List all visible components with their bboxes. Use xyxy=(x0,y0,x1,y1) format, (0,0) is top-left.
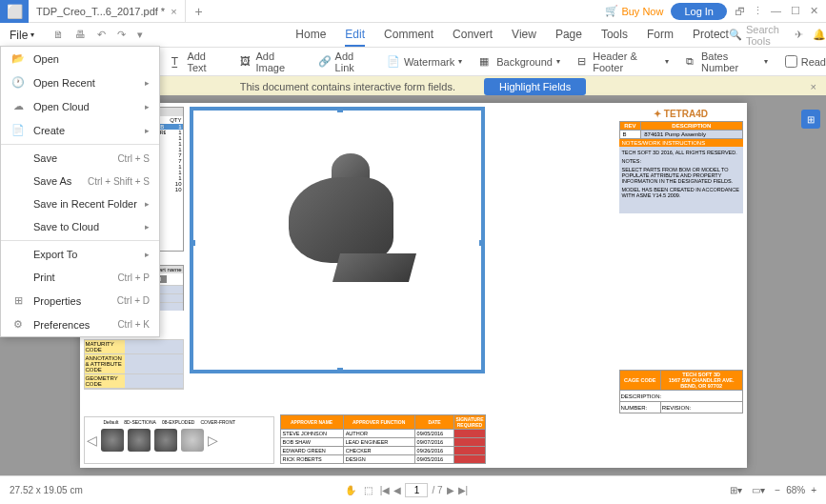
zoom-in-icon[interactable]: + xyxy=(811,485,816,495)
menu-bar: File ▾ 🗎 🖶 ↶ ↷ ▾ Home Edit Comment Conve… xyxy=(0,23,826,48)
approval-row: EDWARD GREENCHECKER09/26/2016 xyxy=(280,447,485,455)
thumb-default[interactable] xyxy=(101,429,124,452)
search-tools[interactable]: 🔍 Search Tools xyxy=(729,24,787,47)
search-icon: 🔍 xyxy=(729,29,742,41)
menu-view[interactable]: View xyxy=(512,24,536,47)
close-window-icon[interactable]: ✕ xyxy=(810,5,818,17)
view-thumbnails: Default 8D-SECTIONA 08-EXPLODED COVER-FR… xyxy=(84,416,274,464)
attributes-panel: MATURITY CODE ANNOTATION & ATTRIBUTE COD… xyxy=(84,339,184,390)
file-create[interactable]: 📄Create▸ xyxy=(1,118,159,142)
app-logo: ⬜ xyxy=(0,0,29,23)
view-mode-icon[interactable]: ▭▾ xyxy=(752,485,765,495)
add-text-button[interactable]: T̲Add Text xyxy=(171,50,223,73)
document-tab[interactable]: TDP_Creo_T...6_2017.pdf * × xyxy=(29,0,186,23)
tetra-info-panel: TETRA4D REVDESCRIPTION B874631 Pump Asse… xyxy=(619,107,743,213)
background-button[interactable]: ▦Background▾ xyxy=(479,55,560,69)
login-button[interactable]: Log In xyxy=(671,3,727,20)
menu-comment[interactable]: Comment xyxy=(384,24,433,47)
file-export[interactable]: Export To▸ xyxy=(1,243,159,266)
total-pages: / 7 xyxy=(432,485,442,495)
pdf-document: PARTS LIST #NAMEQTY 1492722_IMPELLER_REV… xyxy=(80,103,747,468)
notification-text: This document contains interactive form … xyxy=(240,81,455,92)
tab-title: TDP_Creo_T...6_2017.pdf * xyxy=(36,6,165,17)
menu-protect[interactable]: Protect xyxy=(693,24,729,47)
menu-page[interactable]: Page xyxy=(555,24,582,47)
header-footer-button[interactable]: ⊟Header & Footer▾ xyxy=(577,50,669,73)
redo-icon[interactable]: ↷ xyxy=(117,29,126,41)
bell-icon[interactable]: 🔔 xyxy=(813,29,826,41)
dropdown-icon[interactable]: ▾ xyxy=(137,29,143,41)
close-tab-icon[interactable]: × xyxy=(171,6,176,17)
hand-tool-icon[interactable]: ✋ xyxy=(345,485,356,495)
thumb-prev-icon[interactable]: ◁ xyxy=(87,433,97,448)
main-menu: Home Edit Comment Convert View Page Tool… xyxy=(295,24,729,47)
approval-panel: APPROVER NAME APPROVER FUNCTION DATE SIG… xyxy=(280,414,486,464)
thumb-cover[interactable] xyxy=(181,429,204,452)
first-page-icon[interactable]: |◀ xyxy=(380,485,391,495)
3d-model-view[interactable] xyxy=(190,107,485,373)
highlight-fields-button[interactable]: Highlight Fields xyxy=(484,78,586,95)
watermark-button[interactable]: 📄Watermark▾ xyxy=(387,55,462,69)
thumb-section[interactable] xyxy=(128,429,151,452)
add-link-button[interactable]: 🔗Add Link xyxy=(318,50,370,73)
approval-row: RICK ROBERTSDESIGN09/05/2016 xyxy=(280,455,485,464)
file-save-as[interactable]: Save AsCtrl + Shift + S xyxy=(1,170,159,192)
case-code-panel: CAGE CODETECH SOFT 3D1567 SW CHANDLER AV… xyxy=(619,370,743,413)
file-properties[interactable]: ⊞PropertiesCtrl + D xyxy=(1,289,159,312)
add-tab-button[interactable]: + xyxy=(186,4,212,19)
menu-home[interactable]: Home xyxy=(295,24,326,47)
file-save[interactable]: SaveCtrl + S xyxy=(1,147,159,170)
last-page-icon[interactable]: ▶| xyxy=(458,485,469,495)
undo-icon[interactable]: ↶ xyxy=(97,29,106,41)
file-preferences[interactable]: ⚙PreferencesCtrl + K xyxy=(1,312,159,336)
maximize-icon[interactable]: ☐ xyxy=(791,5,800,17)
thumb-exploded[interactable] xyxy=(154,429,177,452)
prev-page-icon[interactable]: ◀ xyxy=(393,485,401,495)
add-image-button[interactable]: 🖼Add Image xyxy=(240,50,301,73)
minimize-icon[interactable]: — xyxy=(771,5,781,17)
save-icon[interactable]: 🗎 xyxy=(53,29,64,41)
menu-form[interactable]: Form xyxy=(647,24,674,47)
menu-convert[interactable]: Convert xyxy=(453,24,493,47)
file-save-cloud[interactable]: Save to Cloud▸ xyxy=(1,215,159,238)
fit-width-icon[interactable]: ⊞▾ xyxy=(730,485,742,495)
approval-row: BOB SHAWLEAD ENGINEER09/07/2016 xyxy=(280,438,485,447)
buy-now-link[interactable]: 🛒 Buy Now xyxy=(605,5,663,17)
right-panel-toggle[interactable]: ⊞ xyxy=(801,110,820,129)
file-menu-button[interactable]: File ▾ xyxy=(0,25,44,46)
file-open-recent[interactable]: 🕐Open Recent▸ xyxy=(1,71,159,94)
status-bar: 27.52 x 19.05 cm ✋ ⬚ |◀ ◀ / 7 ▶ ▶| ⊞▾ ▭▾… xyxy=(0,475,826,504)
bates-button[interactable]: ⧉Bates Number▾ xyxy=(686,50,768,73)
thumb-next-icon[interactable]: ▷ xyxy=(208,433,218,448)
file-dropdown-menu: 📂Open 🕐Open Recent▸ ☁Open Cloud▸ 📄Create… xyxy=(0,46,160,337)
menu-tools[interactable]: Tools xyxy=(601,24,628,47)
next-page-icon[interactable]: ▶ xyxy=(447,485,454,495)
print-icon[interactable]: 🖶 xyxy=(75,29,86,41)
send-icon[interactable]: ✈ xyxy=(795,29,803,41)
title-bar: ⬜ TDP_Creo_T...6_2017.pdf * × + 🛒 Buy No… xyxy=(0,0,826,23)
file-print[interactable]: PrintCtrl + P xyxy=(1,266,159,289)
select-tool-icon[interactable]: ⬚ xyxy=(364,485,373,495)
approval-row: STEVE JOHNSONAUTHOR09/05/2016 xyxy=(280,430,485,438)
notification-icon[interactable]: 🗗 xyxy=(735,6,745,17)
more-icon[interactable]: ⋮ xyxy=(753,5,763,17)
menu-edit[interactable]: Edit xyxy=(345,24,365,47)
page-input[interactable] xyxy=(405,483,428,497)
page-navigation: |◀ ◀ / 7 ▶ ▶| xyxy=(380,483,468,497)
close-notification-icon[interactable]: × xyxy=(811,81,816,92)
zoom-out-icon[interactable]: − xyxy=(775,485,780,495)
read-checkbox[interactable]: Read xyxy=(785,55,826,68)
page-dimensions: 27.52 x 19.05 cm xyxy=(10,485,83,495)
file-save-recent-folder[interactable]: Save in Recent Folder▸ xyxy=(1,192,159,215)
file-open[interactable]: 📂Open xyxy=(1,47,159,71)
zoom-level: 68% xyxy=(786,485,805,495)
tetra-logo: TETRA4D xyxy=(619,107,743,121)
file-open-cloud[interactable]: ☁Open Cloud▸ xyxy=(1,94,159,118)
